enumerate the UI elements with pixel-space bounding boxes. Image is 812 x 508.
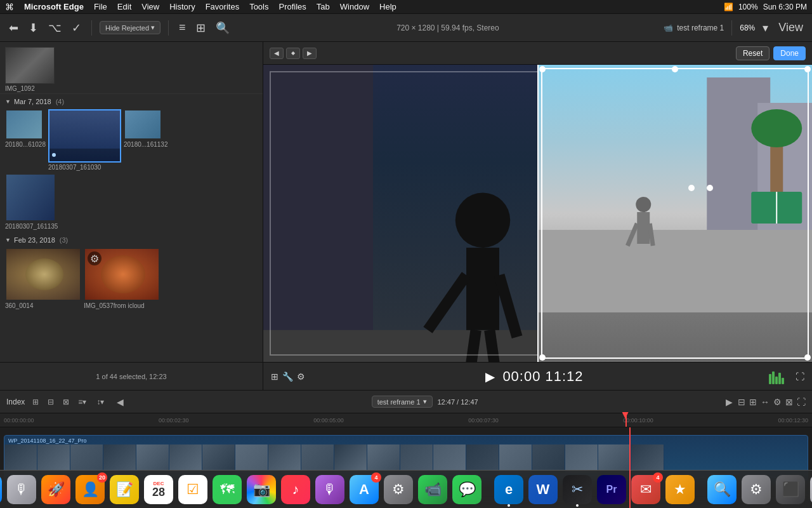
dock-maps[interactable]: 🗺 (213, 475, 242, 504)
dock-settings[interactable]: ⚙ (384, 475, 413, 504)
dock-messages[interactable]: 💬 (452, 475, 481, 504)
view-toggle-list[interactable]: ≡ (176, 20, 188, 36)
dock-contacts[interactable]: 👤 20 (75, 475, 105, 504)
dock-facetime[interactable]: 📹 (418, 475, 447, 504)
timeline-tool-5[interactable]: ⊠ (785, 397, 793, 407)
view-options-btn[interactable]: View (776, 20, 806, 36)
playhead-ruler[interactable] (625, 413, 627, 427)
timeline-tool-3[interactable]: ↔ (761, 397, 769, 407)
dock-app-ac2[interactable]: ⬛ (776, 475, 805, 504)
top-clip-thumb (5, 47, 55, 84)
menu-profiles[interactable]: Profiles (274, 2, 311, 11)
dock-notes[interactable]: 📝 (110, 475, 139, 504)
view-toggle-grid[interactable]: ⊞ (193, 20, 208, 36)
menu-app-name[interactable]: Microsoft Edge (19, 2, 89, 11)
toolbar-check[interactable]: ✓ (69, 20, 84, 36)
apple-menu[interactable]: ⌘ (5, 2, 14, 12)
list-item[interactable]: ⚙ IMG_0537from icloud (84, 248, 160, 309)
reframe-handle-br[interactable] (804, 354, 811, 361)
nav-prev-btn[interactable]: ◀ (270, 48, 284, 59)
timeline-toggle-1[interactable]: ⊞ (30, 396, 41, 408)
menu-window[interactable]: Window (335, 2, 374, 11)
playback-tool-1[interactable]: ⊞ (271, 371, 278, 382)
toolbar-key[interactable]: ⌥ (46, 20, 64, 36)
list-item[interactable]: 20180307_161135 (5, 173, 258, 230)
clip-name: 20180...61028 (5, 141, 46, 148)
timeline-expand-btn[interactable]: ⛶ (797, 397, 806, 407)
dock-finder2[interactable]: 🔍 (707, 475, 737, 504)
menu-edit[interactable]: Edit (112, 2, 136, 11)
dock-appstore[interactable]: A 4 (350, 475, 379, 504)
play-button[interactable]: ▶ (485, 369, 495, 384)
list-item[interactable]: 20180...61028 (5, 109, 46, 171)
clip-name: 360_0014 (5, 302, 81, 309)
playback-tool-2[interactable]: 🔧 (282, 371, 293, 382)
timeline-sort-btn[interactable]: ↕▾ (94, 396, 107, 408)
dock-fcpx[interactable]: ✂ (563, 475, 592, 504)
contacts-badge: 20 (97, 472, 107, 483)
reframe-handle-bl[interactable] (539, 354, 546, 361)
timeline-nav-next[interactable]: ▶ (726, 397, 733, 407)
menu-history[interactable]: History (164, 2, 200, 11)
dock-finder[interactable]: 🔍 (0, 475, 2, 504)
menu-view[interactable]: View (136, 2, 164, 11)
playback-controls: ⊞ 🔧 ⚙ ▶ 00:00 11:12 ⛶ (263, 363, 812, 390)
dock-premiere[interactable]: Pr (597, 475, 626, 504)
menu-favorites[interactable]: Favorites (200, 2, 244, 11)
timeline-toggle-2[interactable]: ⊟ (45, 396, 56, 408)
timeline-project-name[interactable]: test reframe 1 ▾ (372, 396, 433, 408)
playback-tools-left: ⊞ 🔧 ⚙ (271, 371, 305, 382)
playback-tool-3[interactable]: ⚙ (297, 371, 305, 382)
section-mar2018[interactable]: ▼ Mar 7, 2018 (4) (0, 94, 263, 108)
dock-launchpad[interactable]: 🚀 (41, 475, 70, 504)
viewer-right (538, 65, 813, 362)
dock-siri[interactable]: 🎙 (7, 475, 36, 504)
zoom-dropdown[interactable]: ▾ (760, 20, 771, 36)
dock-calendar[interactable]: DEC 28 (144, 475, 173, 504)
list-item[interactable]: 20180307_161030 (48, 109, 121, 171)
filmstrip-frame (400, 444, 433, 473)
dock-reminders[interactable]: ☑ (178, 475, 207, 504)
toolbar-forward[interactable]: ⬇ (26, 20, 41, 36)
menu-tools[interactable]: Tools (244, 2, 273, 11)
dock-app-tes[interactable]: ⚙ (742, 475, 771, 504)
list-item[interactable]: 360_0014 (5, 248, 81, 309)
done-btn[interactable]: Done (773, 46, 806, 60)
dock-goldenrod[interactable]: ★ (665, 475, 695, 504)
menu-help[interactable]: Help (374, 2, 402, 11)
nav-next-btn[interactable]: ▶ (303, 48, 317, 59)
toolbar-back[interactable]: ⬅ (6, 20, 21, 36)
viewer-divider[interactable] (537, 65, 539, 362)
filmstrip-frame (301, 444, 334, 473)
top-clip-item[interactable]: IMG_1092 (5, 47, 258, 92)
timeline-tool-2[interactable]: ⊞ (749, 397, 757, 407)
filmstrip-frame (598, 444, 631, 473)
svg-point-15 (751, 109, 802, 147)
list-item[interactable]: 2018​0...161132 (124, 109, 168, 171)
timeline-nav-prev[interactable]: ◀ (117, 397, 124, 407)
dock-edge[interactable]: e (494, 475, 523, 504)
timeline-toggle-3[interactable]: ⊠ (60, 396, 72, 408)
dock-spark[interactable]: ✉ 4 (631, 475, 660, 504)
dock-active-dot-edge (508, 504, 510, 507)
reset-btn[interactable]: Reset (736, 46, 769, 60)
playback-expand-btn[interactable]: ⛶ (796, 371, 804, 382)
timeline-tool-4[interactable]: ⚙ (773, 397, 782, 407)
filmstrip-frame (37, 444, 70, 473)
dock-music[interactable]: ♪ (281, 475, 310, 504)
clock: Sun 6:30 PM (763, 3, 807, 11)
dock-word[interactable]: W (528, 475, 558, 504)
search-btn[interactable]: 🔍 (213, 20, 232, 36)
menu-tab[interactable]: Tab (311, 2, 335, 11)
section-title-feb: Feb 23, 2018 (14, 236, 55, 244)
dock-podcasts[interactable]: 🎙 (315, 475, 344, 504)
section-feb2018[interactable]: ▼ Feb 23, 2018 (3) (0, 232, 263, 246)
hide-rejected-btn[interactable]: Hide Rejected ▾ (100, 21, 160, 34)
timeline-toggle-4[interactable]: ≡▾ (75, 396, 89, 408)
nav-keyframe-btn[interactable]: ◆ (286, 48, 300, 59)
timeline-tool-1[interactable]: ⊟ (738, 397, 745, 407)
dock-photos[interactable]: 📷 (247, 475, 276, 504)
menu-file[interactable]: File (89, 2, 112, 11)
timeline-right-tools: ⊟ ⊞ ↔ ⚙ ⊠ ⛶ (738, 397, 806, 407)
ruler-marks: 00:00:00:00 00:00:02:30 00:00:05:00 00:0… (4, 417, 808, 424)
